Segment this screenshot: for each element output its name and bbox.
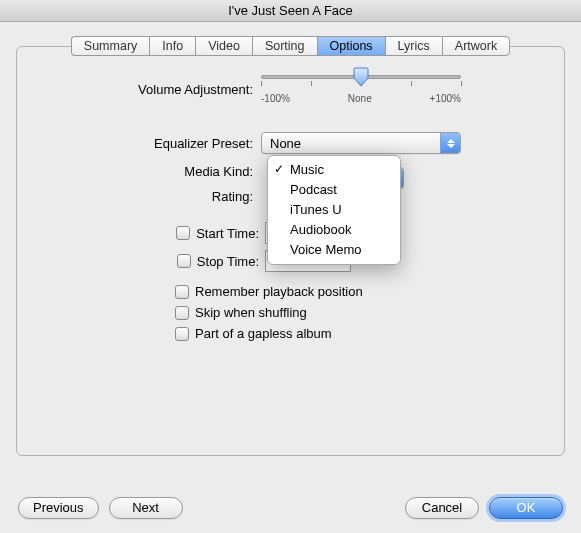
tab-sorting[interactable]: Sorting bbox=[252, 36, 317, 56]
rating-label: Rating: bbox=[17, 189, 261, 204]
starttime-checkbox[interactable] bbox=[176, 226, 190, 240]
skip-checkbox[interactable] bbox=[175, 306, 189, 320]
mediakind-option-voicememo[interactable]: Voice Memo bbox=[268, 240, 400, 260]
slider-mid: None bbox=[348, 93, 372, 104]
tab-options[interactable]: Options bbox=[317, 36, 385, 56]
stoptime-label: Stop Time: bbox=[197, 254, 259, 269]
slider-tick-labels: -100% None +100% bbox=[261, 93, 461, 104]
equalizer-popup[interactable]: None bbox=[261, 132, 461, 154]
slider-thumb-icon[interactable] bbox=[353, 67, 369, 87]
next-button[interactable]: Next bbox=[109, 497, 183, 519]
mediakind-option-itunesu[interactable]: iTunes U bbox=[268, 200, 400, 220]
gapless-checkbox[interactable] bbox=[175, 327, 189, 341]
tab-lyrics[interactable]: Lyrics bbox=[385, 36, 442, 56]
mediakind-option-audiobook[interactable]: Audiobook bbox=[268, 220, 400, 240]
volume-slider[interactable]: -100% None +100% bbox=[261, 75, 461, 104]
mediakind-label: Media Kind: bbox=[17, 164, 261, 179]
remember-checkbox[interactable] bbox=[175, 285, 189, 299]
starttime-label: Start Time: bbox=[196, 226, 259, 241]
window-title: I've Just Seen A Face bbox=[228, 3, 353, 18]
previous-button[interactable]: Previous bbox=[18, 497, 99, 519]
skip-label: Skip when shuffling bbox=[195, 305, 307, 320]
mediakind-dropdown[interactable]: Music Podcast iTunes U Audiobook Voice M… bbox=[267, 155, 401, 265]
gapless-label: Part of a gapless album bbox=[195, 326, 332, 341]
slider-max: +100% bbox=[430, 93, 461, 104]
tab-artwork[interactable]: Artwork bbox=[442, 36, 510, 56]
mediakind-option-music[interactable]: Music bbox=[268, 160, 400, 180]
options-panel: Volume Adjustment: -100% None +100% bbox=[16, 46, 565, 456]
cancel-button[interactable]: Cancel bbox=[405, 497, 479, 519]
tab-info[interactable]: Info bbox=[149, 36, 195, 56]
equalizer-label: Equalizer Preset: bbox=[17, 136, 261, 151]
tab-summary[interactable]: Summary bbox=[71, 36, 149, 56]
ok-button[interactable]: OK bbox=[489, 497, 563, 519]
mediakind-option-podcast[interactable]: Podcast bbox=[268, 180, 400, 200]
updown-arrows-icon bbox=[440, 133, 460, 153]
volume-label: Volume Adjustment: bbox=[17, 82, 261, 97]
tab-video[interactable]: Video bbox=[195, 36, 252, 56]
stoptime-checkbox[interactable] bbox=[177, 254, 191, 268]
window-titlebar: I've Just Seen A Face bbox=[0, 0, 581, 22]
remember-label: Remember playback position bbox=[195, 284, 363, 299]
tab-bar: Summary Info Video Sorting Options Lyric… bbox=[16, 36, 565, 56]
equalizer-value: None bbox=[262, 136, 440, 151]
dialog-footer: Previous Next Cancel OK bbox=[0, 483, 581, 533]
slider-min: -100% bbox=[261, 93, 290, 104]
